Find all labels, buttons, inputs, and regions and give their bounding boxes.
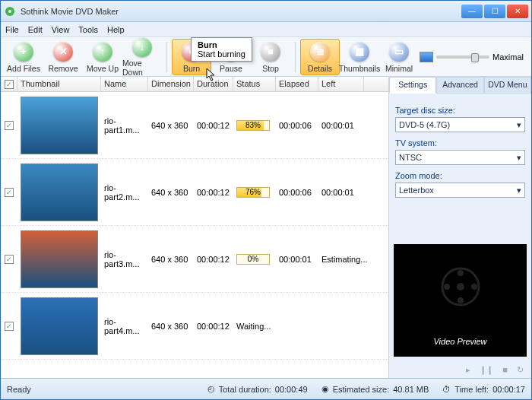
table-row[interactable]: ✓ rio-part3.m... 640 x 360 00:00:12 0% 0… <box>1 226 388 293</box>
cell-elapsed: 00:00:01 <box>276 253 318 265</box>
settings-panel: Target disc size: DVD-5 (4.7G)▾ TV syste… <box>389 94 531 204</box>
close-button[interactable]: ✕ <box>507 5 528 18</box>
cell-status: 83% <box>233 119 276 132</box>
pause-icon[interactable]: ❙❙ <box>480 365 493 375</box>
stop-button[interactable]: ■Stop <box>251 39 290 75</box>
file-table: ✓ Thumbnail Name Dimension Duration Stat… <box>1 77 388 378</box>
cell-status: 76% <box>233 186 276 199</box>
col-name[interactable]: Name <box>101 77 148 91</box>
side-tabs: Settings Advanced DVD Menu <box>389 77 531 94</box>
cell-left: 00:00:01 <box>318 119 364 132</box>
cell-dimension: 640 x 360 <box>148 320 194 332</box>
minimal-button[interactable]: ▭Minimal <box>379 39 419 75</box>
check-all[interactable]: ✓ <box>5 80 14 89</box>
col-dimension[interactable]: Dimension <box>148 77 194 91</box>
row-checkbox[interactable]: ✓ <box>5 121 14 130</box>
svg-point-1 <box>8 10 11 13</box>
cell-left: Estimating... <box>318 253 364 265</box>
progress-bar: 0% <box>236 254 270 265</box>
menu-view[interactable]: View <box>52 25 70 34</box>
menu-edit[interactable]: Edit <box>28 25 43 34</box>
cell-name: rio-part4.m... <box>101 316 148 337</box>
thumbnail-image <box>21 97 98 154</box>
maximal-icon <box>420 52 433 62</box>
menu-tools[interactable]: Tools <box>78 25 98 34</box>
cell-status: 0% <box>233 252 276 266</box>
status-ready: Ready <box>7 385 31 394</box>
burn-tooltip: Burn Start burning <box>191 37 252 62</box>
table-header: ✓ Thumbnail Name Dimension Duration Stat… <box>1 77 388 92</box>
progress-bar: 83% <box>236 120 270 131</box>
thumbnails-button[interactable]: ▦Thumbnails <box>340 39 379 75</box>
est-size-value: 40.81 MB <box>393 385 429 394</box>
menu-help[interactable]: Help <box>107 25 125 34</box>
cell-left: 00:00:01 <box>318 186 364 198</box>
zoom-mode-label: Zoom mode: <box>395 171 525 180</box>
statusbar: Ready ◴ Total duration: 00:00:49 ◉ Estim… <box>1 378 531 399</box>
zoom-slider[interactable] <box>436 56 489 59</box>
cell-duration: 00:00:12 <box>194 186 233 198</box>
table-row[interactable]: ✓ rio-part1.m... 640 x 360 00:00:12 83% … <box>1 92 388 159</box>
tab-advanced[interactable]: Advanced <box>436 77 483 94</box>
play-icon[interactable]: ▸ <box>466 365 470 375</box>
move-up-button[interactable]: ↑Move Up <box>83 39 122 75</box>
details-button[interactable]: ≣Details <box>300 39 340 75</box>
zoom-mode-select[interactable]: Letterbox▾ <box>395 183 525 198</box>
row-checkbox[interactable]: ✓ <box>5 255 14 264</box>
cell-dimension: 640 x 360 <box>148 186 194 198</box>
tv-system-select[interactable]: NTSC▾ <box>395 150 525 165</box>
disc-size-label: Target disc size: <box>395 106 525 115</box>
col-status[interactable]: Status <box>233 77 276 91</box>
cell-elapsed: 00:00:06 <box>276 186 318 198</box>
col-duration[interactable]: Duration <box>194 77 233 91</box>
thumbnail-image <box>21 297 98 355</box>
svg-point-4 <box>458 270 464 276</box>
menubar: File Edit View Tools Help <box>1 22 531 37</box>
tab-dvd-menu[interactable]: DVD Menu <box>484 77 531 94</box>
toolbar: +Add Files✕Remove↑Move Up↓Move Down●Burn… <box>1 37 531 77</box>
row-checkbox[interactable]: ✓ <box>5 188 14 197</box>
video-preview: Video Preview <box>394 244 527 357</box>
tv-system-label: TV system: <box>395 138 525 148</box>
disc-size-select[interactable]: DVD-5 (4.7G)▾ <box>395 117 525 132</box>
svg-point-6 <box>444 284 450 290</box>
tab-settings[interactable]: Settings <box>389 77 436 94</box>
stop-icon[interactable]: ■ <box>502 365 508 374</box>
cell-name: rio-part2.m... <box>101 182 148 203</box>
cell-left <box>318 325 364 328</box>
table-row[interactable]: ✓ rio-part2.m... 640 x 360 00:00:12 76% … <box>1 159 388 226</box>
move-down-button[interactable]: ↓Move Down <box>122 39 162 75</box>
content-area: ✓ Thumbnail Name Dimension Duration Stat… <box>1 77 531 378</box>
svg-point-5 <box>458 297 464 303</box>
cell-status: Waiting... <box>233 320 276 332</box>
zoom-slider-area: Maximal <box>420 52 528 62</box>
col-thumbnail[interactable]: Thumbnail <box>17 77 101 91</box>
maximize-button[interactable]: ☐ <box>484 5 505 18</box>
thumbnail-image <box>21 163 98 221</box>
app-window: Sothink Movie DVD Maker — ☐ ✕ File Edit … <box>0 0 532 400</box>
cell-name: rio-part3.m... <box>101 249 148 270</box>
svg-point-7 <box>471 284 477 290</box>
progress-bar: 76% <box>236 187 270 198</box>
time-left-value: 00:00:17 <box>492 385 525 394</box>
table-body: ✓ rio-part1.m... 640 x 360 00:00:12 83% … <box>1 92 388 360</box>
chevron-down-icon: ▾ <box>517 186 521 195</box>
cell-name: rio-part1.m... <box>101 115 148 136</box>
menu-file[interactable]: File <box>5 25 19 34</box>
cell-elapsed <box>276 325 318 328</box>
remove-button[interactable]: ✕Remove <box>43 39 83 75</box>
loop-icon[interactable]: ↻ <box>517 365 524 375</box>
minimize-button[interactable]: — <box>461 5 483 18</box>
col-elapsed[interactable]: Elapsed <box>276 77 318 91</box>
titlebar: Sothink Movie DVD Maker — ☐ ✕ <box>1 1 531 22</box>
add-files-button[interactable]: +Add Files <box>4 39 43 75</box>
cell-dimension: 640 x 360 <box>148 119 194 132</box>
svg-point-3 <box>457 283 464 290</box>
window-title: Sothink Movie DVD Maker <box>21 7 461 16</box>
table-row[interactable]: ✓ rio-part4.m... 640 x 360 00:00:12 Wait… <box>1 293 388 360</box>
disc-icon: ◉ <box>321 384 329 394</box>
col-left[interactable]: Left <box>318 77 364 91</box>
cell-duration: 00:00:12 <box>194 253 233 265</box>
sidepanel: Settings Advanced DVD Menu Target disc s… <box>388 77 531 378</box>
row-checkbox[interactable]: ✓ <box>5 322 14 331</box>
